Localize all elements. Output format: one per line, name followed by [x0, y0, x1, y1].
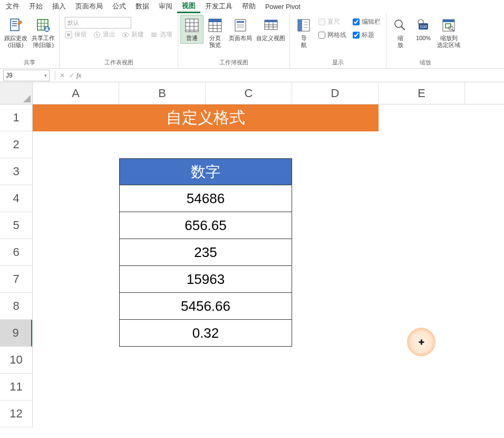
exit-icon [93, 31, 101, 39]
menu-help[interactable]: 帮助 [237, 1, 260, 13]
track-changes-label: 跟踪更改 (旧版) [4, 35, 27, 49]
fx-icon[interactable]: fx [76, 71, 81, 80]
accept-formula-button[interactable]: ✓ [67, 71, 76, 80]
svg-rect-1 [12, 21, 17, 22]
table-row[interactable]: 15963 [119, 266, 292, 293]
custom-views-label: 自定义视图 [256, 35, 285, 42]
svg-point-17 [124, 34, 127, 36]
table-row[interactable]: 5456.66 [119, 293, 292, 320]
select-all-corner[interactable] [0, 82, 33, 104]
svg-rect-39 [265, 20, 277, 22]
custom-views-button[interactable]: 自定义视图 [254, 15, 287, 44]
track-changes-button[interactable]: 跟踪更改 (旧版) [2, 15, 30, 51]
normal-view-button[interactable]: 普通 [180, 15, 203, 44]
navigation-icon [295, 17, 312, 34]
new-icon [122, 31, 129, 39]
row-header-2[interactable]: 2 [0, 131, 32, 158]
name-box[interactable]: J9 ▾ [3, 70, 50, 81]
cancel-formula-button[interactable]: ✕ [57, 71, 67, 80]
table-row[interactable]: 656.65 [119, 212, 292, 239]
svg-point-12 [67, 33, 70, 36]
menu-view[interactable]: 视图 [177, 0, 200, 13]
page-break-icon [207, 17, 224, 34]
formula-bar: J9 ▾ ✕ ✓ fx [0, 69, 504, 82]
menu-insert[interactable]: 插入 [47, 1, 71, 13]
row-header-10[interactable]: 10 [0, 347, 32, 374]
menu-formulas[interactable]: 公式 [108, 1, 131, 13]
zoom-select-label: 缩放到 选定区域 [437, 35, 460, 49]
share-workbook-button[interactable]: 共享工作 簿(旧版) [30, 15, 57, 51]
name-box-dropdown-icon[interactable]: ▾ [44, 73, 47, 78]
group-share-label: 共享 [24, 58, 35, 68]
table-header-cell[interactable]: 数字 [119, 158, 292, 185]
ribbon-group-sheet-view: 默认 保留 退出 新建 选项 [60, 14, 178, 68]
row-headers: 1 2 3 4 5 6 7 8 9 10 11 12 [0, 104, 33, 427]
hundred-button[interactable]: 100 100% [412, 15, 435, 44]
page-layout-icon [232, 17, 249, 34]
table-row[interactable]: 54686 [119, 185, 292, 212]
row-header-5[interactable]: 5 [0, 212, 32, 239]
track-changes-icon [7, 17, 24, 34]
menu-file[interactable]: 文件 [1, 1, 24, 13]
ribbon-group-zoom: 缩 放 100 100% 缩放到 选定区域 缩放 [386, 14, 464, 68]
excel-cursor-icon: ✚ [418, 338, 425, 346]
zoom-select-icon [440, 17, 457, 34]
navigation-button[interactable]: 导 航 [292, 15, 315, 51]
table-row[interactable]: 235 [119, 239, 292, 266]
svg-point-10 [46, 27, 48, 29]
gridlines-checkbox[interactable]: 网格线 [318, 31, 346, 39]
row-header-11[interactable]: 11 [0, 374, 32, 401]
normal-label: 普通 [186, 35, 198, 42]
custom-views-icon [263, 17, 279, 34]
group-zoom-label: 缩放 [420, 58, 431, 68]
col-header-A[interactable]: A [33, 82, 119, 104]
formula-bar-checkbox[interactable]: 编辑栏 [353, 18, 381, 26]
zoom-label: 缩 放 [398, 35, 403, 49]
group-wb-view-label: 工作簿视图 [219, 58, 248, 68]
svg-rect-2 [12, 23, 17, 24]
sheet-view-combo[interactable]: 默认 [65, 17, 131, 28]
table-row[interactable]: 0.32 [119, 320, 292, 347]
group-sheet-view-label: 工作表视图 [104, 58, 133, 68]
zoom-button[interactable]: 缩 放 [389, 15, 412, 51]
ruler-checkbox: 直尺 [318, 18, 346, 26]
col-header-D[interactable]: D [292, 82, 379, 104]
menu-page-layout[interactable]: 页面布局 [71, 1, 108, 13]
page-layout-label: 页面布局 [229, 35, 252, 42]
share-workbook-label: 共享工作 簿(旧版) [32, 35, 55, 49]
row-header-6[interactable]: 6 [0, 239, 32, 266]
normal-view-icon [183, 17, 200, 34]
exit-button: 退出 [93, 31, 115, 39]
zoom-icon [392, 17, 409, 34]
zoom-select-button[interactable]: 缩放到 选定区域 [435, 15, 462, 51]
title-cell[interactable]: 自定义格式 [33, 104, 379, 131]
menu-bar: 文件 开始 插入 页面布局 公式 数据 审阅 视图 开发工具 帮助 Power … [0, 0, 504, 14]
row-header-12[interactable]: 12 [0, 401, 32, 427]
col-header-B[interactable]: B [119, 82, 206, 104]
separator [55, 71, 55, 80]
col-header-E[interactable]: E [379, 82, 465, 104]
share-workbook-icon [35, 17, 52, 34]
menu-review[interactable]: 审阅 [154, 1, 177, 13]
headings-checkbox[interactable]: 标题 [353, 31, 381, 39]
grid[interactable]: A B C D E 1 2 3 4 5 6 7 8 9 10 11 12 自定义… [0, 82, 504, 438]
menu-developer[interactable]: 开发工具 [200, 1, 237, 13]
cursor-highlight: ✚ [407, 328, 435, 356]
svg-point-49 [395, 20, 402, 27]
menu-data[interactable]: 数据 [131, 1, 154, 13]
row-header-9[interactable]: 9 [0, 320, 32, 347]
page-break-label: 分页 预览 [209, 35, 221, 49]
row-header-4[interactable]: 4 [0, 185, 32, 212]
svg-rect-0 [11, 19, 19, 31]
row-header-7[interactable]: 7 [0, 266, 32, 293]
col-header-C[interactable]: C [206, 82, 292, 104]
formula-input[interactable] [84, 70, 504, 81]
menu-power-pivot[interactable]: Power Pivot [260, 2, 305, 12]
page-layout-button[interactable]: 页面布局 [227, 15, 254, 44]
page-break-button[interactable]: 分页 预览 [203, 15, 227, 51]
row-header-3[interactable]: 3 [0, 158, 32, 185]
row-header-1[interactable]: 1 [0, 104, 32, 131]
new-button: 新建 [122, 31, 144, 39]
menu-home[interactable]: 开始 [24, 1, 47, 13]
row-header-8[interactable]: 8 [0, 293, 32, 320]
